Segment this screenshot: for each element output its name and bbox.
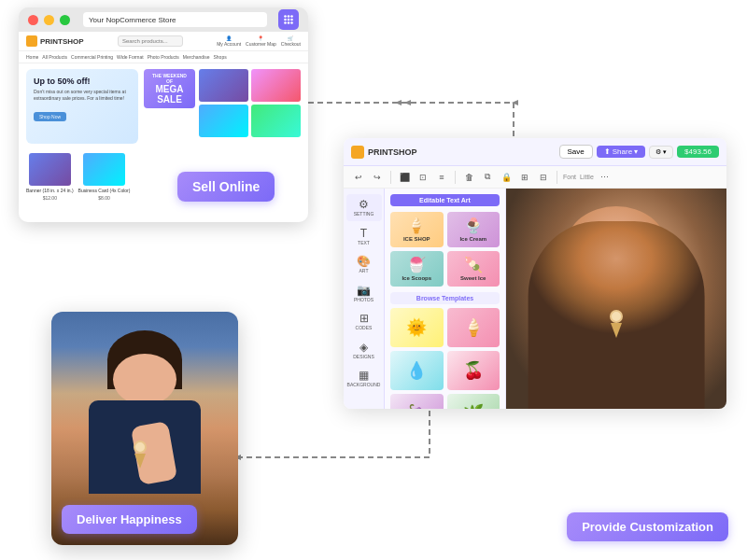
editor-header-btns: Save ⬆ Share ▾ ⚙ ▾ $493.56: [559, 145, 719, 159]
panel-tab[interactable]: Editable Text Art: [390, 194, 500, 206]
toolbar-lock[interactable]: 🔒: [499, 170, 514, 185]
sidebar-tool-art[interactable]: 🎨 ART: [346, 251, 382, 278]
art-icon: 🎨: [357, 255, 371, 268]
nav-all[interactable]: All Products: [42, 54, 67, 60]
store-header: PRINTSHOP 👤My Account 📍Customer Map 🛒Che…: [19, 32, 308, 51]
grid-icon[interactable]: [278, 9, 299, 30]
background-label: BACKGROUND: [347, 383, 381, 388]
store-search-input[interactable]: [118, 35, 183, 47]
art-item-2[interactable]: 🍨 Ice Cream: [447, 212, 500, 247]
shop-now-button[interactable]: Shop Now: [34, 112, 66, 121]
deliver-happiness-text: Deliver Happiness: [77, 512, 182, 526]
browse-templates-label[interactable]: Browse Templates: [390, 292, 500, 304]
toolbar-sep-3: [557, 171, 557, 184]
product-name-bizcard: Business Card (4x Color): [78, 188, 131, 193]
template-item-6[interactable]: 🌿: [447, 394, 500, 409]
deliver-happiness-badge: Deliver Happiness: [62, 505, 197, 534]
art-label: ART: [359, 269, 369, 274]
template-item-5[interactable]: 🍇: [390, 394, 444, 409]
toolbar-sep-2: [455, 171, 456, 184]
editor-canvas: [506, 189, 726, 409]
editor-body: ⚙ SETTING T TEXT 🎨 ART 📷 PHOTOS ⊞ CODES …: [344, 189, 726, 409]
url-text: Your NopCommerce Store: [89, 16, 176, 24]
photos-icon: 📷: [357, 284, 371, 297]
mega-sale-badge: THE WEEKEND OF MEGA SALE: [144, 69, 195, 108]
codes-label: CODES: [356, 326, 373, 331]
art-item-4[interactable]: 🍡 Sweet Ice: [447, 251, 500, 287]
toolbar-copy[interactable]: ⧉: [480, 170, 495, 185]
store-body: Up to 50% off! Don't miss out on some ve…: [19, 63, 308, 149]
designs-icon: ◈: [359, 341, 368, 354]
nav-wide[interactable]: Wide Format: [117, 54, 144, 60]
sidebar-tool-designs[interactable]: ◈ DESIGNS: [346, 337, 382, 364]
sidebar-tool-setting[interactable]: ⚙ SETTING: [346, 194, 382, 221]
canvas-ice-cream: [599, 310, 634, 354]
share-label: Share: [613, 147, 632, 156]
svg-point-15: [288, 19, 290, 21]
dot-green[interactable]: [60, 15, 70, 25]
svg-point-11: [284, 15, 287, 18]
toolbar-delete[interactable]: 🗑: [461, 170, 476, 185]
promo-body: Don't miss out on some very special item…: [34, 89, 131, 101]
nav-commercial[interactable]: Commercial Printing: [71, 54, 113, 60]
price-button[interactable]: $493.56: [677, 146, 719, 158]
designs-label: DESIGNS: [353, 355, 374, 360]
font-size-label: Little: [580, 174, 594, 180]
art-label-1: ICE SHOP: [402, 234, 432, 244]
toolbar-more[interactable]: ⋯: [598, 170, 613, 185]
dot-yellow[interactable]: [44, 15, 54, 25]
svg-point-13: [290, 15, 293, 18]
svg-point-16: [290, 19, 293, 21]
sidebar-tool-background[interactable]: ▦ BACKGROUND: [346, 365, 382, 392]
sidebar-tool-codes[interactable]: ⊞ CODES: [346, 308, 382, 335]
nav-photo[interactable]: Photo Products: [148, 54, 179, 60]
template-item-3[interactable]: 💧: [390, 351, 444, 390]
store-logo-text: PRINTSHOP: [40, 37, 84, 46]
setting-label: SETTING: [354, 212, 374, 217]
template-item-1[interactable]: 🌞: [390, 308, 444, 347]
editor-header: PRINTSHOP Save ⬆ Share ▾ ⚙ ▾ $493.56: [344, 138, 726, 166]
editor-toolbar: ↩ ↪ ⬛ ⊡ ≡ 🗑 ⧉ 🔒 ⊞ ⊟ Font Little ⋯: [344, 166, 726, 189]
sidebar-tool-photos[interactable]: 📷 PHOTOS: [346, 280, 382, 307]
nav-shops[interactable]: Shops: [214, 54, 227, 60]
toolbar-sep-1: [390, 171, 391, 184]
customer-map-icon[interactable]: 📍Customer Map: [246, 35, 276, 47]
svg-marker-7: [395, 100, 402, 105]
person-face: [113, 354, 176, 405]
toolbar-align-left[interactable]: ⬛: [397, 170, 412, 185]
product-card-bizcard[interactable]: Business Card (4x Color) $8.00: [78, 153, 131, 201]
checkout-icon[interactable]: 🛒Checkout: [281, 35, 301, 47]
toolbar-layers[interactable]: ⊟: [536, 170, 551, 185]
store-logo: PRINTSHOP: [26, 35, 84, 47]
toolbar-redo[interactable]: ↪: [370, 170, 385, 185]
store-logo-icon: [26, 35, 37, 47]
product-price-banner: $12.00: [43, 195, 57, 201]
template-item-4[interactable]: 🍒: [447, 351, 500, 390]
nav-merch[interactable]: Merchandise: [183, 54, 210, 60]
toolbar-grid[interactable]: ⊞: [517, 170, 532, 185]
art-label-3: Ice Scoops: [400, 273, 433, 283]
photos-label: PHOTOS: [354, 298, 374, 303]
settings-button[interactable]: ⚙ ▾: [649, 146, 673, 159]
toolbar-undo[interactable]: ↩: [351, 170, 366, 185]
editor-main: Editable Text Art 🍦 ICE SHOP 🍨 Ice Cream: [385, 189, 726, 409]
toolbar-align-right[interactable]: ≡: [434, 170, 449, 185]
sidebar-tool-text[interactable]: T TEXT: [346, 223, 382, 250]
template-item-2[interactable]: 🍦: [447, 308, 500, 347]
art-item-3[interactable]: 🍧 Ice Scoops: [390, 251, 444, 287]
dot-red[interactable]: [28, 15, 38, 25]
ic-cone-hand: [134, 454, 146, 469]
share-button[interactable]: ⬆ Share ▾: [597, 146, 645, 158]
product-card-banner[interactable]: Banner (18 in. x 24 in.) $12.00: [26, 153, 74, 201]
svg-marker-8: [404, 100, 411, 105]
editor-logo-icon: [351, 146, 364, 159]
toolbar-align-center[interactable]: ⊡: [416, 170, 430, 185]
ice-scoop: [610, 310, 623, 323]
product-img-banner: [29, 153, 71, 186]
save-button[interactable]: Save: [559, 145, 593, 159]
art-item-1[interactable]: 🍦 ICE SHOP: [390, 212, 444, 247]
share-icon: ⬆: [604, 147, 611, 156]
nav-home[interactable]: Home: [26, 54, 38, 60]
ic-scoop-hand: [134, 441, 147, 454]
my-account-icon[interactable]: 👤My Account: [217, 35, 241, 47]
